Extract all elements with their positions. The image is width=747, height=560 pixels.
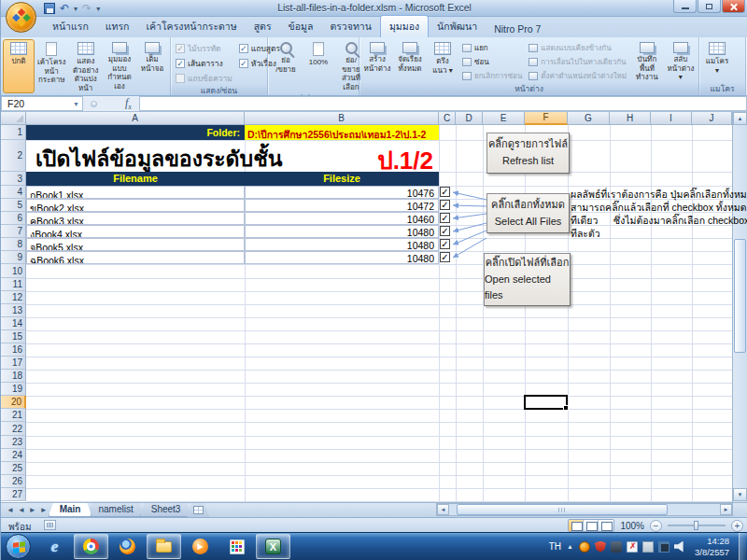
zoom-slider-thumb[interactable] xyxy=(694,521,698,530)
row-header-23[interactable]: 23 xyxy=(1,436,26,449)
cell-folder-label[interactable]: Folder: xyxy=(26,125,245,140)
tray-action-center-flag-icon[interactable] xyxy=(627,541,638,553)
row-header-4[interactable]: 4 xyxy=(1,186,26,199)
normal-view-button[interactable]: ปกติ xyxy=(3,39,35,93)
ribbon-tab-nitro-pro-7[interactable]: Nitro Pro 7 xyxy=(486,21,549,37)
file-size-cell[interactable]: 10472 xyxy=(245,199,439,212)
row-header-3[interactable]: 3 xyxy=(1,172,26,186)
column-header-B[interactable]: B xyxy=(245,112,439,125)
taskbar-item-app-grid[interactable] xyxy=(219,534,254,559)
language-indicator[interactable]: TH xyxy=(549,541,561,552)
zoom-100-button[interactable]: 100% xyxy=(303,39,334,92)
close-button[interactable] xyxy=(722,0,745,13)
row-header-12[interactable]: 12 xyxy=(1,291,26,304)
taskbar-item-media-player[interactable]: ▶ xyxy=(183,534,218,559)
column-header-H[interactable]: H xyxy=(610,112,651,125)
row-header-13[interactable]: 13 xyxy=(1,304,26,317)
restore-button[interactable] xyxy=(698,0,721,13)
scroll-down-icon[interactable]: ▼ xyxy=(733,488,747,501)
horizontal-scrollbar[interactable]: ◄ ► xyxy=(436,503,733,516)
row-header-16[interactable]: 16 xyxy=(1,343,26,357)
taskbar-item-chrome[interactable] xyxy=(74,534,108,559)
scroll-right-icon[interactable]: ► xyxy=(720,504,732,515)
show-hidden-icons-button[interactable]: ▲ xyxy=(567,543,573,550)
row-header-19[interactable]: 19 xyxy=(1,383,26,396)
file-name-cell[interactable]: จBook5.xlsx xyxy=(26,238,245,251)
row-header-20[interactable]: 20 xyxy=(1,396,26,409)
row-header-25[interactable]: 25 xyxy=(1,462,26,475)
taskbar-item-windows-explorer[interactable] xyxy=(147,534,181,559)
zoom-level-label[interactable]: 100% xyxy=(620,521,644,531)
file-name-cell[interactable]: กBook1.xlsx xyxy=(26,186,245,199)
page-layout-view-shortcut[interactable] xyxy=(584,520,599,531)
view-side-by-side-button[interactable]: แสดงแบบเคียงข้างกัน xyxy=(529,42,627,54)
file-name-cell[interactable]: ฉBook6.xlsx xyxy=(26,251,245,264)
tray-remote-app-icon[interactable] xyxy=(611,541,622,553)
ribbon-tab-page-layout[interactable]: เค้าโครงหน้ากระดาษ xyxy=(137,16,245,37)
row-header-22[interactable]: 22 xyxy=(1,422,26,435)
sheet-tab-namelist[interactable]: namelist xyxy=(87,503,144,517)
ribbon-tab-developer[interactable]: นักพัฒนา xyxy=(429,16,486,37)
macro-record-button[interactable] xyxy=(44,520,56,530)
save-workspace-button[interactable]: บันทึกพื้นที่ทำงาน xyxy=(630,39,664,83)
formula-bar-splitter[interactable] xyxy=(91,101,97,107)
zoom-out-button[interactable]: − xyxy=(650,520,662,532)
horizontal-scroll-thumb[interactable] xyxy=(457,504,668,515)
cell-sheet-title[interactable]: เปิดไฟล์ข้อมูลของระดับชั้น xyxy=(26,140,297,172)
select-all-corner[interactable] xyxy=(1,112,26,125)
row-header-17[interactable]: 17 xyxy=(1,357,26,370)
scroll-left-icon[interactable]: ◄ xyxy=(437,504,449,515)
column-header-D[interactable]: D xyxy=(456,112,483,125)
row-header-7[interactable]: 7 xyxy=(1,225,26,238)
name-box-dropdown-icon[interactable]: ▼ xyxy=(73,101,82,107)
full-screen-button[interactable]: เต็มหน้าจอ xyxy=(136,39,168,93)
gridlines-checkbox[interactable]: ✓เส้นตาราง xyxy=(176,57,233,70)
file-size-cell[interactable]: 10480 xyxy=(245,251,439,264)
file-size-cell[interactable]: 10480 xyxy=(245,238,439,251)
file-name-cell[interactable]: คBook3.xlsx xyxy=(26,212,245,225)
sheet-tab-sheet3[interactable]: Sheet3 xyxy=(140,503,192,517)
tray-security-shield-icon[interactable] xyxy=(595,541,606,553)
page-break-view-shortcut[interactable] xyxy=(599,520,613,531)
office-button[interactable] xyxy=(6,2,36,33)
refresh-list-button[interactable]: คลิ๊กดูรายการไฟล์ Refresh list xyxy=(486,133,570,174)
ruler-checkbox[interactable]: ✓ไม้บรรทัด xyxy=(176,42,233,55)
macros-button[interactable]: แมโคร▾ xyxy=(701,39,733,83)
row-header-26[interactable]: 26 xyxy=(1,475,26,488)
insert-function-icon[interactable]: fx xyxy=(125,96,132,111)
vertical-scrollbar[interactable]: ▲ ▼ xyxy=(732,112,747,502)
note-line-3b[interactable]: ซึ่งไม่ต้องมาคลิ๊กเลือก checkbox xyxy=(613,213,747,229)
selected-cell[interactable] xyxy=(524,395,568,410)
row-header-10[interactable]: 10 xyxy=(1,264,26,277)
column-header-F[interactable]: F xyxy=(525,112,568,125)
zoom-button[interactable]: ย่อ/ขยาย xyxy=(270,39,302,92)
message-bar-checkbox[interactable]: แถบข้อความ xyxy=(176,72,233,85)
row-header-9[interactable]: 9 xyxy=(1,251,26,264)
row-header-14[interactable]: 14 xyxy=(1,317,26,330)
name-box[interactable]: F20▼ xyxy=(1,96,83,111)
tray-clipboard-icon[interactable] xyxy=(642,541,654,553)
tray-volume-icon[interactable] xyxy=(674,541,685,553)
synchronous-scrolling-button[interactable]: การเลื่อนไปในทางเดียวกัน xyxy=(529,56,627,68)
ribbon-tab-data[interactable]: ข้อมูล xyxy=(280,16,322,37)
file-name-cell[interactable]: งBook4.xlsx xyxy=(26,225,245,238)
row-header-1[interactable]: 1 xyxy=(1,125,26,140)
ribbon-tab-insert[interactable]: แทรก xyxy=(97,16,138,37)
freeze-panes-button[interactable]: ตรึงแนว ▾ xyxy=(427,39,458,83)
tray-security-orange-icon[interactable] xyxy=(579,541,590,553)
normal-view-shortcut[interactable] xyxy=(569,520,584,531)
ribbon-tab-home[interactable]: หน้าแรก xyxy=(44,16,97,37)
select-all-files-button[interactable]: คลิ๊กเลือกทั้งหมด Select All Files xyxy=(486,193,570,233)
row-header-2[interactable]: 2 xyxy=(1,140,26,172)
column-header-filesize[interactable]: Filesize xyxy=(245,172,439,186)
tray-network-icon[interactable] xyxy=(658,541,669,553)
next-sheet-icon[interactable]: ► xyxy=(29,506,36,514)
vertical-scroll-thumb[interactable] xyxy=(734,239,746,353)
custom-views-button[interactable]: มุมมองแบบกำหนดเอง xyxy=(104,39,135,93)
file-size-cell[interactable]: 10476 xyxy=(245,186,439,199)
file-size-cell[interactable]: 10480 xyxy=(245,225,439,238)
cell-class-label[interactable]: ป.1/2 xyxy=(297,140,439,172)
column-header-I[interactable]: I xyxy=(651,112,692,125)
ribbon-tab-review[interactable]: ตรวจทาน xyxy=(321,16,380,37)
page-layout-view-button[interactable]: เค้าโครงหน้ากระดาษ xyxy=(35,39,67,93)
